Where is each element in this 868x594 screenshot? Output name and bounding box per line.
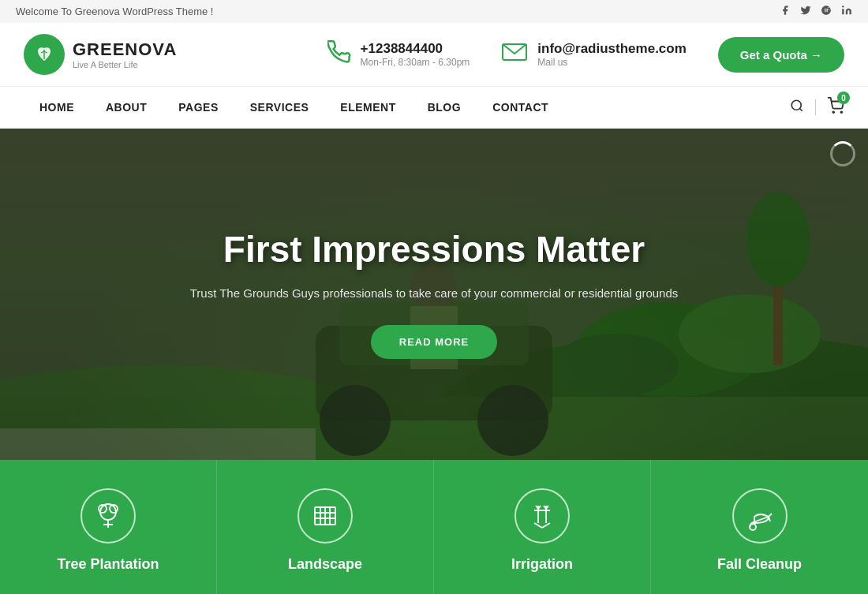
service-landscape[interactable]: Landscape (217, 460, 434, 594)
cart-count: 0 (837, 92, 850, 104)
nav-about[interactable]: ABOUT (90, 87, 163, 128)
svg-point-21 (746, 192, 810, 286)
irrigation-icon (514, 488, 570, 544)
logo-text: GREENOVA Live A Better Life (73, 39, 177, 69)
svg-point-16 (477, 385, 548, 456)
read-more-button[interactable]: READ MORE (371, 325, 497, 359)
navbar: HOME ABOUT PAGES SERVICES ELEMENT BLOG C… (0, 87, 868, 129)
welcome-text: Welcome To Greenova WordPress Theme ! (16, 6, 213, 17)
loading-spinner (830, 141, 855, 166)
landscape-label: Landscape (288, 556, 362, 573)
facebook-icon[interactable] (780, 5, 791, 18)
twitter-icon[interactable] (800, 5, 811, 18)
irrigation-label: Irrigation (511, 556, 573, 573)
logo-icon (24, 34, 65, 75)
nav-divider (815, 99, 816, 115)
svg-point-12 (679, 294, 821, 373)
nav-blog[interactable]: BLOG (412, 87, 477, 128)
fall-cleanup-icon (732, 488, 788, 544)
hero-title: First Impressions Matter (190, 230, 679, 270)
email-icon (501, 41, 528, 69)
fall-cleanup-label: Fall Cleanup (717, 556, 802, 573)
linkedin-icon[interactable] (841, 5, 852, 18)
nav-links[interactable]: HOME ABOUT PAGES SERVICES ELEMENT BLOG C… (24, 87, 564, 128)
nav-right: 0 (790, 97, 844, 118)
social-links[interactable] (780, 5, 852, 18)
service-irrigation[interactable]: Irrigation (434, 460, 651, 594)
tree-plantation-icon (80, 488, 136, 544)
svg-point-5 (832, 111, 834, 113)
nav-pages[interactable]: PAGES (163, 87, 234, 128)
phone-contact: +1238844400 Mon-Fri, 8:30am - 6.30pm (327, 40, 470, 69)
service-tree-plantation[interactable]: Tree Plantation (0, 460, 217, 594)
search-icon[interactable] (790, 99, 804, 117)
landscape-icon (297, 488, 353, 544)
svg-point-0 (842, 6, 844, 7)
service-fall-cleanup[interactable]: Fall Cleanup (651, 460, 868, 594)
phone-info: +1238844400 Mon-Fri, 8:30am - 6.30pm (361, 41, 470, 68)
hero-content: First Impressions Matter Trust The Groun… (174, 214, 694, 375)
email-contact: info@radiustheme.com Mail us (501, 41, 687, 69)
svg-point-3 (791, 100, 801, 110)
email-info: info@radiustheme.com Mail us (537, 41, 687, 68)
nav-contact[interactable]: CONTACT (477, 87, 564, 128)
svg-point-23 (100, 504, 116, 520)
tree-plantation-label: Tree Plantation (57, 556, 159, 573)
get-quota-button[interactable]: Get a Quota → (718, 37, 844, 73)
nav-element[interactable]: ELEMENT (324, 87, 411, 128)
phone-icon (327, 40, 351, 69)
logo[interactable]: GREENOVA Live A Better Life (24, 34, 177, 75)
svg-line-37 (542, 523, 550, 528)
googleplus-icon[interactable] (821, 5, 832, 18)
header-contact: +1238844400 Mon-Fri, 8:30am - 6.30pm inf… (327, 37, 844, 73)
services-row: Tree Plantation Landscape (0, 460, 868, 594)
svg-line-4 (799, 108, 802, 110)
svg-rect-22 (0, 428, 316, 460)
hero-subtitle: Trust The Grounds Guys professionals to … (190, 284, 679, 303)
header: GREENOVA Live A Better Life +1238844400 … (0, 23, 868, 87)
nav-services[interactable]: SERVICES (234, 87, 325, 128)
svg-point-6 (840, 111, 842, 113)
svg-line-36 (534, 523, 542, 528)
svg-line-40 (769, 514, 772, 517)
top-bar: Welcome To Greenova WordPress Theme ! (0, 0, 868, 23)
nav-home[interactable]: HOME (24, 87, 90, 128)
hero-section: First Impressions Matter Trust The Groun… (0, 129, 868, 460)
svg-point-15 (320, 385, 391, 456)
cart-button[interactable]: 0 (827, 97, 844, 118)
